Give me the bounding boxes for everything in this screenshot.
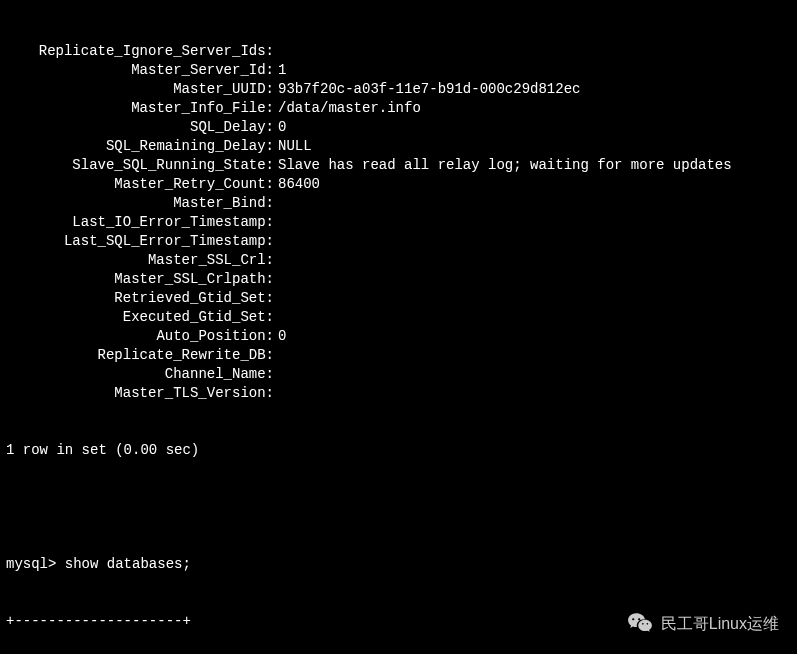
terminal-output: Replicate_Ignore_Server_Ids:Master_Serve… (6, 4, 791, 654)
status-row: Replicate_Ignore_Server_Ids: (6, 42, 791, 61)
status-label: Master_Info_File: (6, 99, 278, 118)
slave-status-block: Replicate_Ignore_Server_Ids:Master_Serve… (6, 42, 791, 403)
status-label: SQL_Remaining_Delay: (6, 137, 278, 156)
status-value (278, 308, 791, 327)
status-value: NULL (278, 137, 791, 156)
status-label: Replicate_Rewrite_DB: (6, 346, 278, 365)
status-label: Master_TLS_Version: (6, 384, 278, 403)
status-row: Master_Info_File:/data/master.info (6, 99, 791, 118)
status-value (278, 270, 791, 289)
status-value: Slave has read all relay log; waiting fo… (278, 156, 791, 175)
status-row: Master_Server_Id:1 (6, 61, 791, 80)
status-row: Master_TLS_Version: (6, 384, 791, 403)
status-label: Retrieved_Gtid_Set: (6, 289, 278, 308)
status-value (278, 194, 791, 213)
status-label: Last_IO_Error_Timestamp: (6, 213, 278, 232)
status-label: Last_SQL_Error_Timestamp: (6, 232, 278, 251)
status-label: Master_Server_Id: (6, 61, 278, 80)
status-row: Replicate_Rewrite_DB: (6, 346, 791, 365)
status-row: SQL_Remaining_Delay:NULL (6, 137, 791, 156)
status-row: Master_SSL_Crlpath: (6, 270, 791, 289)
status-value (278, 346, 791, 365)
mysql-prompt: mysql> (6, 556, 65, 572)
status-value (278, 232, 791, 251)
status-label: Master_Bind: (6, 194, 278, 213)
status-row: Master_UUID:93b7f20c-a03f-11e7-b91d-000c… (6, 80, 791, 99)
status-label: Executed_Gtid_Set: (6, 308, 278, 327)
status-row: Master_Retry_Count:86400 (6, 175, 791, 194)
status-value (278, 384, 791, 403)
status-row: Last_SQL_Error_Timestamp: (6, 232, 791, 251)
status-row: SQL_Delay:0 (6, 118, 791, 137)
status-value (278, 42, 791, 61)
status-value (278, 289, 791, 308)
status-row: Last_IO_Error_Timestamp: (6, 213, 791, 232)
status-value (278, 251, 791, 270)
command-line: mysql> show databases; (6, 555, 791, 574)
status-value: 0 (278, 327, 791, 346)
status-label: Master_Retry_Count: (6, 175, 278, 194)
status-row: Channel_Name: (6, 365, 791, 384)
status-row: Auto_Position:0 (6, 327, 791, 346)
status-value: 1 (278, 61, 791, 80)
status-label: Channel_Name: (6, 365, 278, 384)
status-value: 0 (278, 118, 791, 137)
status-value: 86400 (278, 175, 791, 194)
status-row: Master_Bind: (6, 194, 791, 213)
status-label: Auto_Position: (6, 327, 278, 346)
status-row: Retrieved_Gtid_Set: (6, 289, 791, 308)
status-label: SQL_Delay: (6, 118, 278, 137)
sql-command: show databases; (65, 556, 191, 572)
status-value: /data/master.info (278, 99, 791, 118)
table-border-top: +--------------------+ (6, 612, 791, 631)
status-label: Slave_SQL_Running_State: (6, 156, 278, 175)
status-value (278, 365, 791, 384)
status-value: 93b7f20c-a03f-11e7-b91d-000c29d812ec (278, 80, 791, 99)
status-footer: 1 row in set (0.00 sec) (6, 441, 791, 460)
status-row: Master_SSL_Crl: (6, 251, 791, 270)
status-value (278, 213, 791, 232)
status-label: Replicate_Ignore_Server_Ids: (6, 42, 278, 61)
status-label: Master_SSL_Crlpath: (6, 270, 278, 289)
status-row: Slave_SQL_Running_State:Slave has read a… (6, 156, 791, 175)
status-label: Master_SSL_Crl: (6, 251, 278, 270)
status-label: Master_UUID: (6, 80, 278, 99)
status-row: Executed_Gtid_Set: (6, 308, 791, 327)
